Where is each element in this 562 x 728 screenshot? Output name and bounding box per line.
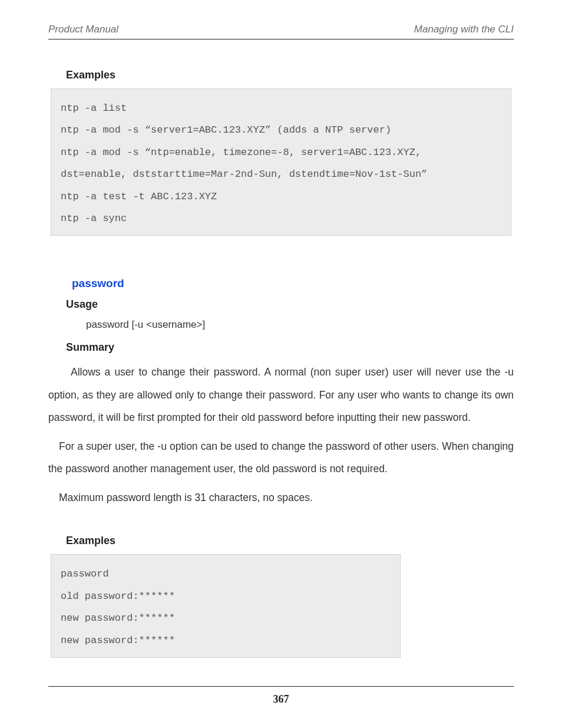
summary-paragraph-3: Maximum password length is 31 characters… [48,486,514,509]
summary-text-2: For a super user, the -u option can be u… [48,440,514,475]
summary-paragraph-2: For a super user, the -u option can be u… [48,435,514,480]
running-header: Product Manual Managing with the CLI [48,24,514,39]
usage-line: password [-u <username>] [86,319,514,331]
footer-rule [48,686,514,687]
ntp-examples-code: ntp -a list ntp -a mod -s “server1=ABC.1… [51,88,511,236]
header-right: Managing with the CLI [414,24,514,35]
summary-text-1: Allows a user to change their password. … [48,366,514,423]
usage-heading: Usage [66,298,514,311]
password-examples-heading: Examples [66,535,514,547]
password-examples-code: password old password:****** new passwor… [51,554,401,658]
ntp-examples-heading: Examples [66,69,514,81]
summary-heading: Summary [66,341,514,354]
password-command-heading: password [72,277,514,290]
summary-paragraph-1: Allows a user to change their password. … [48,361,514,429]
page-body: Examples ntp -a list ntp -a mod -s “serv… [48,39,514,658]
header-left: Product Manual [48,24,118,35]
page-number: 367 [0,693,562,706]
page: Product Manual Managing with the CLI Exa… [0,0,562,728]
summary-text-3: Maximum password length is 31 characters… [59,492,313,503]
